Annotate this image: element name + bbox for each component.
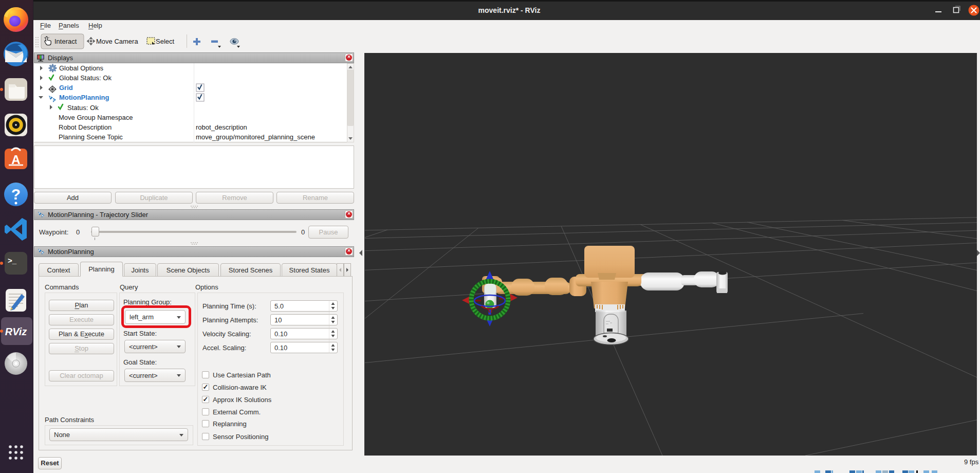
svg-text:Select: Select (156, 38, 175, 45)
svg-text:Interact: Interact (54, 38, 77, 45)
svg-text:>_: >_ (8, 256, 17, 265)
svg-text:RViz: RViz (5, 326, 27, 337)
svg-text:?: ? (11, 186, 21, 203)
svg-text:Move Camera: Move Camera (96, 38, 138, 45)
